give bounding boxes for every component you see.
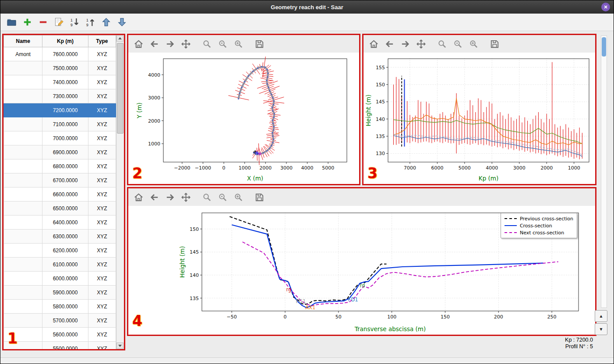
window-scrollbar-thumb[interactable] [602, 37, 606, 57]
svg-text:X (m): X (m) [247, 175, 263, 182]
svg-text:50: 50 [335, 314, 342, 320]
home-icon[interactable] [369, 39, 379, 49]
save-icon[interactable] [254, 192, 265, 202]
save-icon[interactable] [254, 39, 265, 49]
legend-entry: Cross-section [505, 222, 573, 229]
home-icon[interactable] [134, 39, 144, 49]
legend-entry: Next cross-section [505, 229, 573, 236]
table-row[interactable]: 6200.0000XYZ [4, 244, 116, 258]
legend-entry: Previous cross-section [505, 215, 573, 222]
column-header-name[interactable]: Name [4, 35, 42, 47]
axes-icon[interactable] [233, 192, 243, 202]
column-header-type[interactable]: Type [88, 35, 116, 47]
table-row[interactable]: 6900.0000XYZ [4, 145, 116, 159]
table-row[interactable]: 7500.0000XYZ [4, 61, 116, 75]
triangle-up-icon [118, 37, 122, 39]
table-row[interactable]: 6000.0000XYZ [4, 272, 116, 286]
svg-text:−2000: −2000 [174, 165, 190, 171]
table-row[interactable]: 7400.0000XYZ [4, 75, 116, 89]
table-scrollbar-thumb[interactable] [117, 43, 124, 134]
back-icon[interactable] [149, 192, 159, 202]
svg-text:−50: −50 [227, 314, 237, 320]
table-row[interactable]: 6700.0000XYZ [4, 173, 116, 187]
svg-text:9: 9 [71, 23, 73, 27]
table-row[interactable]: Amont7600.0000XYZ [4, 47, 116, 61]
remove-icon[interactable] [38, 17, 48, 27]
table-row[interactable]: 6800.0000XYZ [4, 159, 116, 173]
move-up-icon[interactable] [101, 17, 111, 27]
table-row[interactable]: 7100.0000XYZ [4, 117, 116, 131]
profile-up-button[interactable]: ▲ [595, 310, 607, 322]
svg-text:9: 9 [86, 23, 88, 27]
save-icon[interactable] [490, 39, 500, 49]
axes-icon[interactable] [233, 39, 243, 49]
panel-cross-section-list: Name Kp (m) Type Amont7600.0000XYZ7500.0… [2, 34, 125, 350]
axes-icon[interactable] [469, 39, 479, 49]
open-folder-icon[interactable] [7, 17, 17, 27]
table-row[interactable]: 6100.0000XYZ [4, 258, 116, 272]
back-icon[interactable] [149, 39, 159, 49]
pan-icon[interactable] [181, 39, 191, 49]
add-icon[interactable] [22, 17, 32, 27]
panel-plan-view: −2000−1000010002000300040005000100020003… [127, 34, 360, 185]
table-row[interactable]: 5800.0000XYZ [4, 300, 116, 314]
profile-down-button[interactable]: ▼ [595, 323, 607, 335]
sort-ascending-icon[interactable]: 19 [85, 17, 95, 27]
move-down-icon[interactable] [117, 17, 127, 27]
zoom-icon[interactable] [437, 39, 447, 49]
pan-icon[interactable] [416, 39, 426, 49]
svg-text:150: 150 [441, 314, 450, 320]
column-header-kp[interactable]: Kp (m) [42, 35, 88, 47]
pan-icon[interactable] [181, 192, 191, 202]
svg-text:1000: 1000 [239, 165, 251, 171]
plot-toolbar-plan [128, 35, 359, 53]
window-scrollbar[interactable] [601, 35, 607, 308]
long-profile-plot[interactable]: 7000600050004000300020001000130135140145… [363, 53, 595, 184]
table-row[interactable]: 7300.0000XYZ [4, 89, 116, 103]
svg-text:4000: 4000 [148, 72, 160, 78]
table-row[interactable]: 5500.0000XYZ [4, 342, 116, 351]
legend-label: Next cross-section [520, 230, 564, 236]
table-row[interactable]: 6600.0000XYZ [4, 187, 116, 201]
edit-icon[interactable] [54, 17, 64, 27]
table-scroll-down-button[interactable] [116, 343, 124, 349]
svg-text:2000: 2000 [259, 165, 272, 171]
table-row[interactable]: 6500.0000XYZ [4, 201, 116, 216]
back-icon[interactable] [385, 39, 395, 49]
home-icon[interactable] [134, 192, 144, 202]
zoom-icon[interactable] [202, 192, 212, 202]
table-scroll-up-button[interactable] [116, 35, 124, 42]
footer-strip [0, 357, 614, 364]
triangle-down-icon [118, 345, 122, 347]
table-row[interactable]: 6300.0000XYZ [4, 230, 116, 244]
svg-text:1: 1 [86, 18, 88, 22]
panel-cross-section: −50050100150200250135140145150Transverse… [127, 187, 596, 336]
app-window: Geometry reach edit - Saar ✕ 1919 Name K… [0, 0, 614, 364]
table-row[interactable]: 5900.0000XYZ [4, 286, 116, 300]
zoom-icon[interactable] [202, 39, 212, 49]
title-bar: Geometry reach edit - Saar ✕ [0, 0, 614, 14]
legend-line-sample [505, 232, 517, 233]
svg-text:2000: 2000 [148, 118, 160, 124]
table-row[interactable]: 6400.0000XYZ [4, 216, 116, 230]
svg-text:1000: 1000 [148, 141, 160, 147]
plot-toolbar-cross [128, 188, 595, 206]
close-button[interactable]: ✕ [601, 3, 610, 11]
svg-text:−1000: −1000 [195, 165, 211, 171]
sort-descending-icon[interactable]: 19 [70, 17, 80, 27]
table-row[interactable]: 5700.0000XYZ [4, 314, 116, 328]
table-row[interactable]: 7000.0000XYZ [4, 131, 116, 145]
svg-text:0: 0 [222, 165, 226, 171]
forward-icon[interactable] [165, 39, 175, 49]
forward-icon[interactable] [400, 39, 410, 49]
table-row[interactable]: 7200.0000XYZ [4, 103, 116, 117]
subplots-icon[interactable] [218, 39, 228, 49]
plan-view-plot[interactable]: −2000−1000010002000300040005000100020003… [128, 53, 359, 184]
svg-text:7000: 7000 [404, 165, 416, 171]
table-scrollbar[interactable] [116, 35, 124, 349]
subplots-icon[interactable] [218, 192, 228, 202]
forward-icon[interactable] [165, 192, 175, 202]
table-row[interactable]: 5600.0000XYZ [4, 328, 116, 342]
subplots-icon[interactable] [453, 39, 463, 49]
svg-text:155: 155 [376, 65, 385, 71]
